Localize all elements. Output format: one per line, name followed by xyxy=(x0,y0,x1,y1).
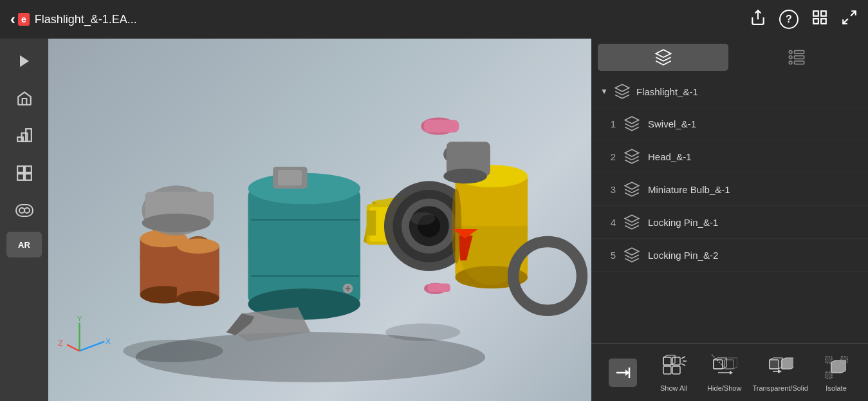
item-label-1: Swivel_&-1 xyxy=(648,118,696,129)
svg-marker-101 xyxy=(778,369,782,373)
right-panel: ▼ Flashlight_&-1 1 Swivel_&-1 xyxy=(591,39,868,401)
svg-point-19 xyxy=(123,340,223,362)
svg-rect-106 xyxy=(826,372,832,378)
play-button[interactable] xyxy=(6,45,42,77)
svg-rect-14 xyxy=(25,174,32,180)
svg-rect-60 xyxy=(278,170,302,185)
item-number-4: 4 xyxy=(600,217,616,228)
svg-rect-26 xyxy=(177,246,219,298)
root-label: Flashlight_&-1 xyxy=(636,86,698,97)
svg-point-31 xyxy=(142,214,211,232)
elogo-icon: e xyxy=(18,13,30,26)
svg-text:Z: Z xyxy=(59,339,63,347)
svg-rect-12 xyxy=(25,166,32,173)
back-button[interactable]: ‹ e xyxy=(10,10,30,28)
steps-button[interactable] xyxy=(6,120,42,152)
tree-item-3[interactable]: 3 Miniature Bulb_&-1 xyxy=(591,173,868,206)
ar-button[interactable]: AR xyxy=(6,232,42,257)
isolate-label: Isolate xyxy=(826,384,846,392)
tree-expand-arrow: ▼ xyxy=(600,87,608,96)
item-number-2: 2 xyxy=(600,151,616,162)
isolate-view-icon xyxy=(609,359,637,387)
isolate-button[interactable]: Isolate xyxy=(814,353,859,392)
left-sidebar: AR xyxy=(0,39,48,401)
help-button[interactable]: ? xyxy=(779,10,799,29)
svg-point-28 xyxy=(177,239,219,254)
svg-rect-69 xyxy=(428,283,450,292)
item-number-3: 3 xyxy=(600,184,616,195)
svg-rect-79 xyxy=(794,61,804,64)
ar-label: AR xyxy=(18,240,30,250)
item-icon-2 xyxy=(622,147,642,166)
parts-button[interactable] xyxy=(6,157,42,189)
tree-tab[interactable] xyxy=(731,44,862,71)
svg-text:X: X xyxy=(106,337,111,345)
hide-show-label: Hide/Show xyxy=(707,384,741,392)
top-bar: ‹ e Flashlight_&-1.EA... ? xyxy=(0,0,868,39)
item-icon-4 xyxy=(622,212,642,232)
item-label-2: Head_&-1 xyxy=(648,151,692,162)
svg-line-6 xyxy=(843,19,848,24)
tree-list: ▼ Flashlight_&-1 1 Swivel_&-1 xyxy=(591,76,868,343)
show-all-button[interactable]: Show All xyxy=(651,353,696,392)
tree-item-1[interactable]: 1 Swivel_&-1 xyxy=(591,107,868,140)
svg-point-16 xyxy=(19,208,24,213)
svg-rect-105 xyxy=(841,357,847,363)
isolate-icon xyxy=(822,353,851,382)
svg-rect-87 xyxy=(663,357,671,365)
item-label-5: Locking Pin_&-2 xyxy=(648,250,718,261)
tab-bar xyxy=(591,39,868,76)
svg-marker-98 xyxy=(730,371,733,375)
top-bar-left: ‹ e Flashlight_&-1.EA... xyxy=(10,10,750,28)
top-bar-right: ? xyxy=(750,9,858,30)
svg-rect-13 xyxy=(17,174,24,180)
vr-button[interactable] xyxy=(6,194,42,227)
svg-line-71 xyxy=(80,342,105,351)
show-all-label: Show All xyxy=(660,384,687,392)
svg-line-5 xyxy=(851,11,856,16)
transparent-solid-button[interactable]: Transparent/Solid xyxy=(752,353,808,392)
item-number-1: 1 xyxy=(600,118,616,129)
back-chevron-icon: ‹ xyxy=(10,10,15,28)
share-button[interactable] xyxy=(750,9,766,30)
parts-3d-view: X Y Z xyxy=(48,39,591,401)
svg-rect-89 xyxy=(663,366,671,374)
home-button[interactable] xyxy=(6,82,42,115)
transparent-solid-label: Transparent/Solid xyxy=(752,384,808,392)
svg-rect-78 xyxy=(794,56,804,59)
document-title: Flashlight_&-1.EA... xyxy=(35,13,137,26)
export-button[interactable] xyxy=(811,9,828,30)
item-number-5: 5 xyxy=(600,250,616,261)
tree-root-item[interactable]: ▼ Flashlight_&-1 xyxy=(591,76,868,107)
svg-rect-104 xyxy=(826,357,832,363)
svg-point-27 xyxy=(177,291,219,306)
svg-rect-42 xyxy=(367,210,376,236)
item-label-3: Miniature Bulb_&-1 xyxy=(648,184,730,195)
item-icon-5 xyxy=(622,245,642,265)
viewport-content: X Y Z xyxy=(48,39,591,401)
item-icon-1 xyxy=(622,114,642,133)
svg-point-80 xyxy=(789,51,792,54)
isolate-view-button[interactable] xyxy=(600,359,645,387)
tree-item-2[interactable]: 2 Head_&-1 xyxy=(591,140,868,173)
hide-show-icon xyxy=(710,353,739,382)
svg-point-20 xyxy=(385,324,460,341)
svg-rect-4 xyxy=(813,19,818,24)
hide-show-button[interactable]: Hide/Show xyxy=(702,353,747,392)
transparent-solid-icon xyxy=(766,353,795,382)
svg-point-82 xyxy=(789,61,792,64)
show-all-icon xyxy=(660,353,688,382)
viewport[interactable]: X Y Z xyxy=(48,39,591,401)
tree-item-4[interactable]: 4 Locking Pin_&-1 xyxy=(591,206,868,239)
tree-item-5[interactable]: 5 Locking Pin_&-2 xyxy=(591,239,868,272)
fullscreen-button[interactable] xyxy=(841,9,858,30)
item-label-4: Locking Pin_&-1 xyxy=(648,217,718,228)
bottom-toolbar: Show All Hide/Show xyxy=(591,343,868,401)
svg-line-93 xyxy=(681,364,685,366)
svg-line-73 xyxy=(67,345,79,351)
svg-rect-1 xyxy=(813,11,818,16)
svg-rect-77 xyxy=(794,51,804,54)
parts-tab[interactable] xyxy=(598,44,728,71)
svg-line-91 xyxy=(681,357,685,359)
svg-marker-7 xyxy=(20,55,29,67)
